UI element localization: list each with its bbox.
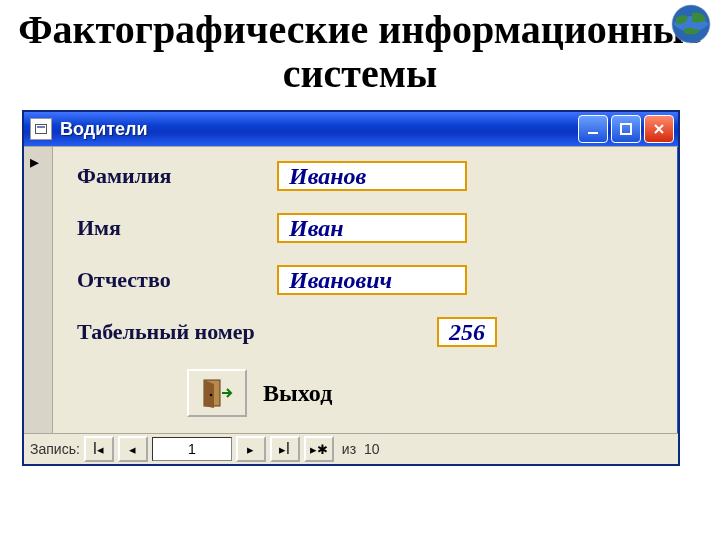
current-record-marker-icon: ▸ [30, 151, 39, 173]
patronymic-field[interactable]: Иванович [277, 265, 467, 295]
nav-last-button[interactable]: ▸ꟾ [270, 436, 300, 462]
patronymic-label: Отчество [77, 267, 277, 293]
close-button[interactable] [644, 115, 674, 143]
svg-rect-2 [588, 132, 598, 134]
nav-first-button[interactable]: ꟾ◂ [84, 436, 114, 462]
nav-new-button[interactable]: ▸✱ [304, 436, 334, 462]
record-label: Запись: [30, 441, 80, 457]
form-icon [30, 118, 52, 140]
form-body: Фамилия Иванов Имя Иван Отчество Иванови… [53, 147, 678, 433]
surname-label: Фамилия [77, 163, 277, 189]
maximize-button[interactable] [611, 115, 641, 143]
page-title: Фактографические информационные системы [0, 8, 720, 96]
name-field[interactable]: Иван [277, 213, 467, 243]
window-title: Водители [60, 119, 148, 140]
exit-label: Выход [263, 380, 332, 407]
empno-field[interactable]: 256 [437, 317, 497, 347]
nav-prev-button[interactable]: ◂ [118, 436, 148, 462]
name-label: Имя [77, 215, 277, 241]
surname-field[interactable]: Иванов [277, 161, 467, 191]
nav-next-button[interactable]: ▸ [236, 436, 266, 462]
minimize-button[interactable] [578, 115, 608, 143]
record-total: 10 [364, 441, 380, 457]
svg-rect-3 [621, 124, 631, 134]
exit-button[interactable] [187, 369, 247, 417]
record-selector[interactable]: ▸ [24, 147, 53, 433]
record-number-input[interactable] [152, 437, 232, 461]
record-of-label: из [342, 441, 356, 457]
door-exit-icon [200, 378, 234, 408]
globe-icon [670, 3, 712, 45]
svg-marker-5 [204, 380, 214, 408]
title-bar: Водители [24, 112, 678, 146]
svg-point-6 [210, 394, 212, 396]
form-window: Водители ▸ Фамилия Иванов Имя Иван [22, 110, 680, 466]
empno-label: Табельный номер [77, 319, 437, 345]
record-navigation-bar: Запись: ꟾ◂ ◂ ▸ ▸ꟾ ▸✱ из 10 [24, 433, 678, 464]
